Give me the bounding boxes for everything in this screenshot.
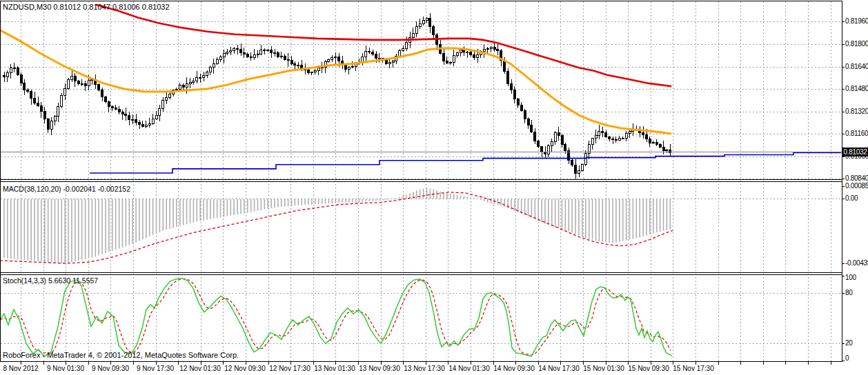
macd-tick-label: -0.00439 <box>845 259 868 267</box>
price-tick-label: 0.81320 <box>845 108 868 115</box>
price-tick-label: 0.81160 <box>845 130 868 137</box>
price-tick-label: 0.81960 <box>845 17 868 25</box>
price-tick-label: 0.81640 <box>845 63 868 70</box>
price-tick-label: 0.81800 <box>845 40 868 48</box>
macd-indicator-label: MACD(38,120,20) -0.002041 -0.002152 <box>3 185 130 193</box>
macd-tick-label: 0.00085 <box>845 182 868 190</box>
price-tick-label: 0.80840 <box>845 174 868 182</box>
stoch-tick-label: 0 <box>845 354 849 362</box>
stoch-tick-label: 80 <box>845 289 853 296</box>
stoch-tick-label: 20 <box>845 339 853 347</box>
stoch-tick-label: 100 <box>845 274 856 281</box>
price-tick-label: 0.81480 <box>845 85 868 92</box>
time-axis-label: 15 Nov 17:30 <box>666 365 721 372</box>
stoch-indicator-label: Stoch(14,3,3) 5.6630 11.5557 <box>3 276 98 285</box>
macd-tick-label: 0.00 <box>845 194 858 202</box>
copyright-text: RoboForex - MetaTrader 4, © 2001-2012, M… <box>3 351 239 359</box>
symbol-title: NZDUSD,M30 0.81012 0.81047 0.81006 0.810… <box>3 3 170 11</box>
mt4-chart-window: NZDUSD,M30 0.81012 0.81047 0.81006 0.810… <box>0 0 868 375</box>
current-price-tag: 0.81032 <box>842 148 868 156</box>
